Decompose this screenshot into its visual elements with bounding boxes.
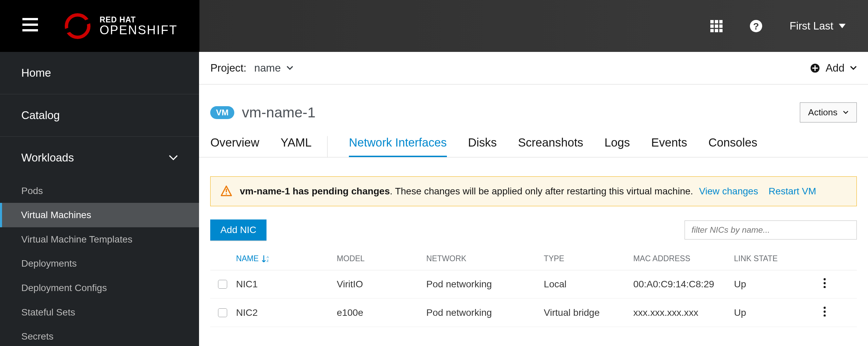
main-content: Project: name Add VM vm-name-1 Actions [199, 52, 868, 346]
svg-rect-20 [812, 68, 817, 69]
svg-point-27 [824, 282, 826, 284]
svg-point-30 [824, 310, 826, 313]
cell-name: NIC2 [236, 307, 337, 318]
col-type[interactable]: TYPE [544, 254, 633, 263]
nic-toolbar: Add NIC [210, 219, 857, 241]
hamburger-icon[interactable] [22, 18, 38, 34]
col-network[interactable]: NETWORK [426, 254, 544, 263]
alert-strong: vm-name-1 has pending changes [240, 186, 390, 196]
kebab-icon [824, 307, 826, 317]
col-name[interactable]: NAME AZ [236, 254, 337, 263]
sidebar-item-secrets[interactable]: Secrets [0, 324, 199, 346]
svg-rect-22 [226, 189, 227, 192]
chevron-down-icon [850, 66, 857, 70]
page-title: vm-name-1 [242, 104, 316, 121]
view-changes-link[interactable]: View changes [699, 186, 758, 196]
filter-nics-input[interactable] [685, 220, 857, 239]
sidebar-item-vm-templates[interactable]: Virtual Machine Templates [0, 227, 199, 252]
project-selector[interactable]: name [254, 62, 293, 74]
brand-label: RED HAT [100, 16, 178, 24]
svg-point-29 [824, 307, 826, 309]
cell-link: Up [734, 307, 824, 318]
project-bar: Project: name Add [199, 52, 868, 84]
col-link[interactable]: LINK STATE [734, 254, 824, 263]
col-model[interactable]: MODEL [337, 254, 426, 263]
tab-overview[interactable]: Overview [210, 136, 259, 157]
sidebar-item-catalog[interactable]: Catalog [0, 94, 199, 137]
tab-yaml[interactable]: YAML [280, 136, 328, 157]
svg-rect-2 [22, 29, 38, 32]
tab-consoles[interactable]: Consoles [708, 136, 757, 157]
cell-type: Virtual bridge [544, 307, 633, 318]
sidebar-item-virtual-machines[interactable]: Virtual Machines [0, 203, 199, 227]
sidebar-item-pods[interactable]: Pods [0, 179, 199, 203]
vm-badge: VM [210, 106, 234, 119]
table-row: NIC1 ViritIO Pod networking Local 00:A0:… [210, 270, 857, 299]
user-menu[interactable]: First Last [790, 20, 846, 32]
vm-header: VM vm-name-1 Actions [199, 84, 868, 136]
svg-rect-0 [22, 18, 38, 20]
svg-rect-23 [226, 194, 227, 195]
help-icon[interactable]: ? [749, 19, 763, 33]
sidebar: Home Catalog Workloads Pods Virtual Mach… [0, 52, 199, 346]
pending-changes-alert: vm-name-1 has pending changes. These cha… [210, 176, 857, 206]
cell-model: ViritIO [337, 279, 426, 290]
top-bar: RED HAT OPENSHIFT ? First Last [0, 0, 868, 52]
col-mac[interactable]: MAC ADDRESS [633, 254, 734, 263]
svg-rect-10 [715, 24, 718, 28]
chevron-down-icon [169, 155, 178, 161]
cell-network: Pod networking [426, 279, 544, 290]
sidebar-item-stateful-sets[interactable]: Stateful Sets [0, 300, 199, 325]
warning-triangle-icon [221, 186, 232, 197]
tab-events[interactable]: Events [651, 136, 687, 157]
row-checkbox[interactable] [218, 308, 227, 317]
cell-network: Pod networking [426, 307, 544, 318]
row-kebab-menu[interactable] [824, 278, 846, 291]
svg-marker-17 [839, 24, 846, 28]
plus-circle-icon [810, 63, 820, 73]
add-label: Add [826, 62, 845, 74]
cell-type: Local [544, 279, 633, 290]
chevron-down-icon [843, 111, 849, 115]
sidebar-workloads-label: Workloads [21, 151, 74, 164]
svg-rect-1 [22, 24, 38, 26]
sidebar-item-workloads[interactable]: Workloads [0, 137, 199, 179]
alert-rest: . These changes will be applied only aft… [390, 186, 693, 196]
tab-disks[interactable]: Disks [468, 136, 497, 157]
logo[interactable]: RED HAT OPENSHIFT [65, 13, 177, 39]
svg-point-3 [66, 15, 89, 37]
app-launcher-icon[interactable] [710, 20, 723, 32]
row-checkbox[interactable] [218, 280, 227, 289]
restart-vm-link[interactable]: Restart VM [769, 186, 816, 196]
user-name: First Last [790, 20, 833, 32]
sidebar-item-home[interactable]: Home [0, 52, 199, 94]
tabs: Overview YAML Network Interfaces Disks S… [199, 136, 868, 157]
caret-down-icon [839, 24, 846, 28]
svg-rect-9 [710, 24, 714, 28]
cell-mac: xxx.xxx.xxx.xxx [633, 307, 734, 318]
tab-logs[interactable]: Logs [605, 136, 630, 157]
svg-rect-12 [710, 29, 714, 32]
tab-screenshots[interactable]: Screanshots [518, 136, 583, 157]
add-nic-button[interactable]: Add NIC [210, 219, 266, 241]
alert-text: vm-name-1 has pending changes. These cha… [240, 186, 816, 197]
cell-model: e100e [337, 307, 426, 318]
svg-point-26 [824, 278, 826, 281]
svg-rect-6 [710, 20, 714, 23]
actions-dropdown[interactable]: Actions [800, 102, 857, 122]
project-label: Project: [210, 62, 246, 74]
cell-link: Up [734, 279, 824, 290]
kebab-icon [824, 278, 826, 288]
svg-text:A: A [267, 255, 269, 259]
svg-rect-8 [719, 20, 723, 23]
svg-point-28 [824, 286, 826, 288]
sort-asc-icon: AZ [262, 255, 269, 263]
svg-text:Z: Z [267, 259, 269, 263]
row-kebab-menu[interactable] [824, 307, 846, 319]
add-button[interactable]: Add [810, 62, 857, 74]
tab-network-interfaces[interactable]: Network Interfaces [349, 136, 447, 157]
product-label: OPENSHIFT [100, 24, 178, 37]
sidebar-item-deployments[interactable]: Deployments [0, 252, 199, 276]
sidebar-item-deployment-configs[interactable]: Deployment Configs [0, 276, 199, 300]
svg-text:?: ? [753, 21, 759, 32]
